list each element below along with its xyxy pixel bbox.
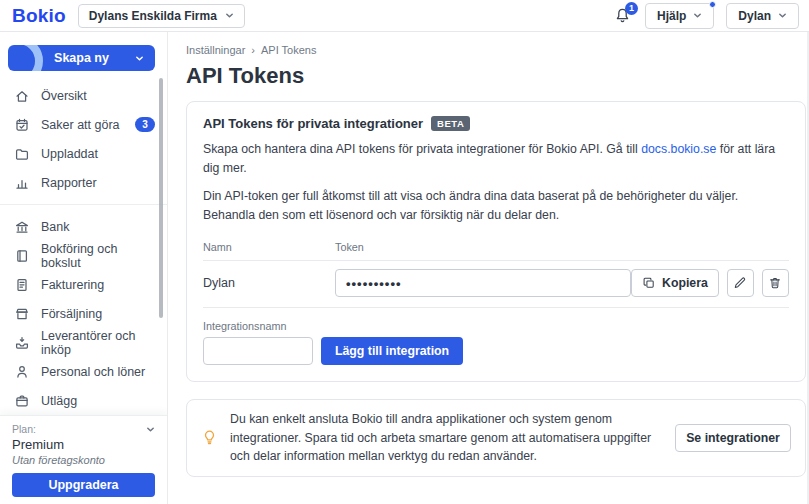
- card-warning: Din API-token ger full åtkomst till att …: [203, 187, 788, 225]
- bokio-logo: Bokio: [12, 5, 66, 27]
- calendar-check-icon: [14, 117, 30, 133]
- sidebar-item-rapporter[interactable]: Rapporter: [0, 168, 167, 197]
- wallet-icon: [14, 393, 30, 409]
- sidebar-item-label: Bokföring och bokslut: [41, 242, 155, 270]
- sidebar-item-label: Leverantörer och inköp: [41, 329, 155, 357]
- breadcrumb-current: API Tokens: [261, 44, 316, 56]
- help-label: Hjälp: [657, 9, 686, 23]
- sidebar-item-label: Försäljning: [41, 307, 102, 321]
- pencil-icon: [733, 276, 747, 290]
- plan-subtext: Utan företagskonto: [12, 454, 155, 466]
- sidebar-item-oversikt[interactable]: Översikt: [0, 81, 167, 110]
- invoice-icon: [14, 277, 30, 293]
- sidebar-item-personal[interactable]: Personal och löner: [0, 357, 167, 386]
- api-tokens-card: API Tokens för privata integrationer BET…: [186, 101, 806, 382]
- sidebar-item-label: Översikt: [41, 89, 87, 103]
- company-selector[interactable]: Dylans Enskilda Firma: [78, 4, 245, 28]
- sidebar-item-forsaljning[interactable]: Försäljning: [0, 299, 167, 328]
- trash-icon: [768, 276, 782, 290]
- beta-badge: BETA: [431, 116, 470, 131]
- integration-name-input[interactable]: [203, 337, 313, 365]
- sidebar-item-leverantorer[interactable]: Leverantörer och inköp: [0, 328, 167, 357]
- sidebar-item-fakturering[interactable]: Fakturering: [0, 270, 167, 299]
- store-icon: [14, 306, 30, 322]
- token-value-input[interactable]: [335, 269, 631, 297]
- lightbulb-icon: [201, 429, 218, 446]
- help-button[interactable]: Hjälp: [645, 3, 714, 29]
- sidebar-scrollbar[interactable]: [159, 78, 163, 318]
- sidebar-item-label: Utlägg: [41, 394, 77, 408]
- token-name: Dylan: [203, 276, 335, 290]
- upgrade-button[interactable]: Uppgradera: [12, 473, 155, 497]
- plan-name: Premium: [12, 437, 155, 452]
- breadcrumb: Inställningar › API Tokens: [186, 44, 806, 56]
- sidebar-item-uppladdat[interactable]: Uppladdat: [0, 139, 167, 168]
- sidebar-item-bokforing[interactable]: Bokföring och bokslut: [0, 241, 167, 270]
- chevron-down-icon: [225, 11, 234, 20]
- bar-chart-icon: [14, 175, 30, 191]
- inbox-icon: [14, 335, 30, 351]
- delete-token-button[interactable]: [762, 269, 789, 297]
- folder-icon: [14, 146, 30, 162]
- see-integrations-button[interactable]: Se integrationer: [675, 424, 791, 452]
- copy-icon: [642, 276, 656, 290]
- edit-token-button[interactable]: [727, 269, 754, 297]
- info-text: Du kan enkelt ansluta Bokio till andra a…: [230, 410, 663, 465]
- chevron-down-icon[interactable]: [146, 425, 155, 434]
- integration-name-label: Integrationsnamn: [203, 320, 789, 332]
- copy-label: Kopiera: [662, 276, 708, 290]
- card-intro: Skapa och hantera dina API tokens för pr…: [203, 140, 788, 178]
- sidebar: Skapa ny Översikt Saker att göra 3 Uppla…: [0, 32, 168, 504]
- sidebar-item-label: Rapporter: [41, 176, 97, 190]
- sidebar-item-label: Saker att göra: [41, 118, 120, 132]
- todo-count-badge: 3: [135, 117, 155, 132]
- notifications-button[interactable]: 1: [613, 6, 633, 26]
- chevron-down-icon: [135, 54, 144, 63]
- main-content: Inställningar › API Tokens API Tokens AP…: [168, 32, 809, 504]
- person-icon: [14, 364, 30, 380]
- company-name: Dylans Enskilda Firma: [89, 9, 217, 23]
- breadcrumb-installningar[interactable]: Inställningar: [186, 44, 245, 56]
- token-table-row: Dylan Kopiera: [203, 261, 789, 308]
- create-new-button[interactable]: Skapa ny: [8, 45, 155, 71]
- see-integrations-label: Se integrationer: [686, 431, 780, 445]
- sidebar-nav: Översikt Saker att göra 3 Uppladdat Rapp…: [0, 81, 167, 459]
- integrations-info-box: Du kan enkelt ansluta Bokio till andra a…: [186, 399, 806, 476]
- sidebar-item-bank[interactable]: Bank: [0, 212, 167, 241]
- add-integration-button[interactable]: Lägg till integration: [321, 337, 463, 365]
- copy-token-button[interactable]: Kopiera: [631, 269, 719, 297]
- bank-icon: [14, 219, 30, 235]
- docs-link[interactable]: docs.bokio.se: [641, 142, 716, 156]
- sidebar-divider: [0, 204, 167, 205]
- sidebar-item-saker-att-gora[interactable]: Saker att göra 3: [0, 110, 167, 139]
- notification-count-badge: 1: [625, 2, 638, 15]
- plan-label: Plan:: [12, 423, 36, 435]
- sidebar-item-label: Personal och löner: [41, 365, 145, 379]
- help-notification-dot: [709, 1, 716, 8]
- user-menu-button[interactable]: Dylan: [726, 3, 799, 29]
- sidebar-item-utlagg[interactable]: Utlägg: [0, 386, 167, 415]
- sidebar-item-label: Uppladdat: [41, 147, 98, 161]
- breadcrumb-separator: ›: [251, 44, 255, 56]
- home-icon: [14, 88, 30, 104]
- topbar: Bokio Dylans Enskilda Firma 1 Hjälp Dyla…: [0, 0, 809, 32]
- page-title: API Tokens: [186, 63, 806, 89]
- card-title: API Tokens för privata integrationer: [203, 116, 423, 131]
- book-icon: [14, 248, 30, 264]
- sidebar-item-label: Fakturering: [41, 278, 104, 292]
- chevron-down-icon: [778, 11, 787, 20]
- chevron-down-icon: [693, 11, 702, 20]
- sidebar-item-label: Bank: [41, 220, 70, 234]
- name-column-header: Namn: [203, 241, 335, 253]
- plan-panel: Plan: Premium Utan företagskonto Uppgrad…: [0, 415, 167, 504]
- create-new-label: Skapa ny: [54, 51, 109, 65]
- token-column-header: Token: [335, 241, 364, 253]
- user-name: Dylan: [738, 9, 771, 23]
- token-table-header: Namn Token: [203, 241, 789, 261]
